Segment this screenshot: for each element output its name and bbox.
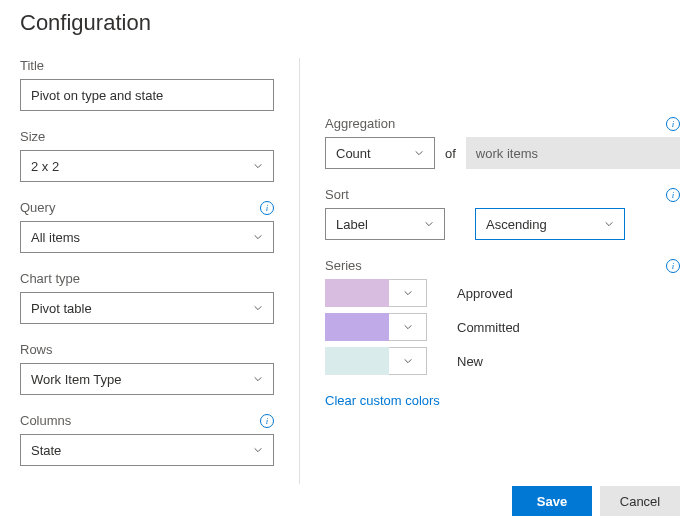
- color-picker-button[interactable]: [389, 347, 427, 375]
- series-item-label: Approved: [457, 286, 513, 301]
- query-select[interactable]: All items: [20, 221, 274, 253]
- title-label: Title: [20, 58, 44, 73]
- series-label: Series: [325, 258, 362, 273]
- cancel-button[interactable]: Cancel: [600, 486, 680, 516]
- color-picker-button[interactable]: [389, 313, 427, 341]
- title-field: Title: [20, 58, 274, 111]
- left-panel: Title Size 2 x 2 Query i All items: [20, 58, 300, 484]
- of-value: work items: [476, 146, 538, 161]
- color-swatch: [325, 313, 389, 341]
- sort-direction-value: Ascending: [486, 217, 547, 232]
- aggregation-value: Count: [336, 146, 371, 161]
- aggregation-select[interactable]: Count: [325, 137, 435, 169]
- aggregation-field: Aggregation i Count of work items: [325, 116, 680, 169]
- rows-select[interactable]: Work Item Type: [20, 363, 274, 395]
- info-icon[interactable]: i: [666, 188, 680, 202]
- sort-direction-select[interactable]: Ascending: [475, 208, 625, 240]
- color-swatch: [325, 347, 389, 375]
- columns-value: State: [31, 443, 61, 458]
- size-label: Size: [20, 129, 45, 144]
- rows-label: Rows: [20, 342, 53, 357]
- clear-custom-colors-link[interactable]: Clear custom colors: [325, 393, 440, 408]
- aggregation-label: Aggregation: [325, 116, 395, 131]
- series-item-label: New: [457, 354, 483, 369]
- page-title: Configuration: [20, 10, 680, 36]
- chevron-down-icon: [403, 356, 413, 366]
- columns-label: Columns: [20, 413, 71, 428]
- info-icon[interactable]: i: [260, 414, 274, 428]
- color-picker-button[interactable]: [389, 279, 427, 307]
- chevron-down-icon: [424, 219, 434, 229]
- chevron-down-icon: [253, 232, 263, 242]
- chevron-down-icon: [414, 148, 424, 158]
- query-field: Query i All items: [20, 200, 274, 253]
- rows-value: Work Item Type: [31, 372, 122, 387]
- config-panels: Title Size 2 x 2 Query i All items: [20, 58, 680, 484]
- chart-type-label: Chart type: [20, 271, 80, 286]
- series-row: Approved: [325, 279, 680, 307]
- query-label: Query: [20, 200, 55, 215]
- sort-field-select[interactable]: Label: [325, 208, 445, 240]
- chart-type-select[interactable]: Pivot table: [20, 292, 274, 324]
- color-swatch: [325, 279, 389, 307]
- size-field: Size 2 x 2: [20, 129, 274, 182]
- of-label: of: [445, 146, 456, 161]
- chevron-down-icon: [403, 288, 413, 298]
- chevron-down-icon: [253, 374, 263, 384]
- chevron-down-icon: [403, 322, 413, 332]
- chevron-down-icon: [253, 445, 263, 455]
- chart-type-value: Pivot table: [31, 301, 92, 316]
- right-panel: Aggregation i Count of work items Sort i: [300, 58, 680, 484]
- of-value-box: work items: [466, 137, 680, 169]
- title-input[interactable]: [20, 79, 274, 111]
- series-list: ApprovedCommittedNew: [325, 279, 680, 375]
- size-select[interactable]: 2 x 2: [20, 150, 274, 182]
- chevron-down-icon: [604, 219, 614, 229]
- info-icon[interactable]: i: [260, 201, 274, 215]
- save-button[interactable]: Save: [512, 486, 592, 516]
- sort-field: Sort i Label Ascending: [325, 187, 680, 240]
- series-row: Committed: [325, 313, 680, 341]
- info-icon[interactable]: i: [666, 117, 680, 131]
- size-value: 2 x 2: [31, 159, 59, 174]
- columns-select[interactable]: State: [20, 434, 274, 466]
- info-icon[interactable]: i: [666, 259, 680, 273]
- footer-buttons: Save Cancel: [512, 486, 680, 516]
- chevron-down-icon: [253, 161, 263, 171]
- series-row: New: [325, 347, 680, 375]
- rows-field: Rows Work Item Type: [20, 342, 274, 395]
- sort-field-value: Label: [336, 217, 368, 232]
- chevron-down-icon: [253, 303, 263, 313]
- query-value: All items: [31, 230, 80, 245]
- sort-label: Sort: [325, 187, 349, 202]
- series-item-label: Committed: [457, 320, 520, 335]
- series-field: Series i ApprovedCommittedNew Clear cust…: [325, 258, 680, 408]
- chart-type-field: Chart type Pivot table: [20, 271, 274, 324]
- columns-field: Columns i State: [20, 413, 274, 466]
